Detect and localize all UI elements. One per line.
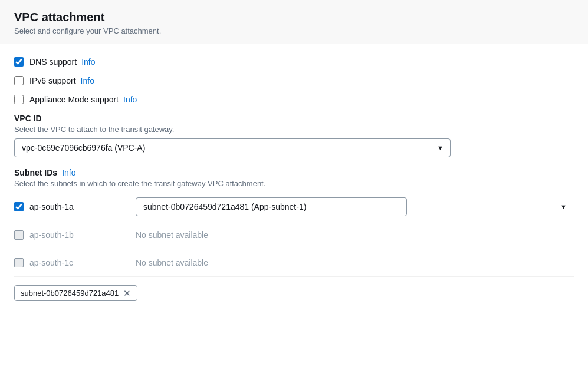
page-subtitle: Select and configure your VPC attachment… <box>14 27 574 35</box>
appliance-mode-row: Appliance Mode support Info <box>14 95 574 104</box>
subnet-ids-info-link[interactable]: Info <box>62 168 75 177</box>
header-section: VPC attachment Select and configure your… <box>0 0 588 44</box>
appliance-mode-info-link[interactable]: Info <box>123 95 137 104</box>
subnet-tag-1-value: subnet-0b0726459d721a481 <box>21 289 119 297</box>
ipv6-support-label: IPv6 support <box>29 76 76 85</box>
subnet-ids-label: Subnet IDs Info <box>14 168 574 177</box>
subnet-az3-label: ap-south-1c <box>29 258 136 267</box>
subnet-ids-section: Subnet IDs Info Select the subnets in wh… <box>14 168 574 301</box>
subnet-az2-checkbox-disabled <box>14 230 24 240</box>
subnet-row-1: ap-south-1a subnet-0b0726459d721a481 (Ap… <box>14 193 574 221</box>
appliance-mode-label: Appliance Mode support <box>29 95 119 104</box>
page-title: VPC attachment <box>14 11 574 24</box>
subnet-az1-select-wrapper: subnet-0b0726459d721a481 (App-subnet-1) … <box>136 197 574 216</box>
vpc-id-label: VPC ID <box>14 114 574 123</box>
vpc-id-select-wrapper: vpc-0c69e7096cb6976fa (VPC-A) ▼ <box>14 138 451 157</box>
ipv6-support-row: IPv6 support Info <box>14 76 574 85</box>
dns-support-row: DNS support Info <box>14 57 574 67</box>
subnet-az3-no-available: No subnet available <box>136 254 208 272</box>
subnet-tag-1-remove[interactable]: ✕ <box>123 289 131 297</box>
subnet-row-2: ap-south-1b No subnet available <box>14 221 574 249</box>
subnet-tag-1: subnet-0b0726459d721a481 ✕ <box>14 285 137 301</box>
ipv6-support-info-link[interactable]: Info <box>81 76 94 85</box>
subnet-row-3: ap-south-1c No subnet available <box>14 249 574 277</box>
appliance-mode-checkbox[interactable] <box>14 95 24 104</box>
subnet-az1-dropdown-icon: ▼ <box>560 203 567 210</box>
subnet-ids-description: Select the subnets in which to create th… <box>14 179 574 188</box>
subnet-az2-no-available: No subnet available <box>136 226 208 244</box>
subnet-az1-select[interactable]: subnet-0b0726459d721a481 (App-subnet-1) <box>136 197 407 216</box>
subnet-az2-label: ap-south-1b <box>29 230 136 240</box>
dns-support-label: DNS support <box>29 57 77 67</box>
ipv6-support-checkbox[interactable] <box>14 76 24 85</box>
subnet-az3-checkbox-disabled <box>14 258 24 267</box>
main-content: DNS support Info IPv6 support Info Appli… <box>0 44 588 326</box>
page-container: VPC attachment Select and configure your… <box>0 0 588 387</box>
subnet-az1-checkbox[interactable] <box>14 202 24 211</box>
dns-support-info-link[interactable]: Info <box>81 57 95 67</box>
dns-support-checkbox[interactable] <box>14 57 24 67</box>
subnet-az1-label: ap-south-1a <box>29 202 136 211</box>
vpc-id-select[interactable]: vpc-0c69e7096cb6976fa (VPC-A) <box>14 138 451 157</box>
vpc-id-section: VPC ID Select the VPC to attach to the t… <box>14 114 574 157</box>
subnet-tag-row: subnet-0b0726459d721a481 ✕ <box>14 285 574 301</box>
vpc-id-description: Select the VPC to attach to the transit … <box>14 125 574 134</box>
